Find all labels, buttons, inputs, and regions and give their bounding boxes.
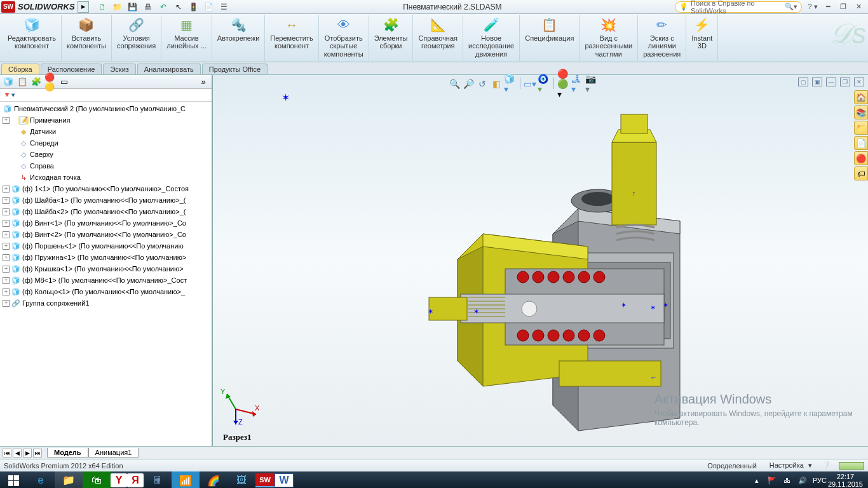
fm-tab-dimx[interactable]: ▭	[58, 76, 70, 88]
tree-item-13[interactable]: +🧊(ф) Крышка<1> (По умолчанию<<По умолча…	[0, 263, 212, 274]
ribbon-button-5[interactable]: ↔Переместитькомпонент	[265, 15, 318, 61]
tab-scroll-prev[interactable]: ◀	[13, 449, 22, 458]
tree-expand-button[interactable]: +	[3, 288, 10, 295]
tree-item-1[interactable]: ◆Датчики	[0, 126, 212, 137]
ribbon-button-12[interactable]: ✏Эскиз слиниямиразнесения	[638, 15, 686, 61]
ribbon-button-7[interactable]: 🧩Элементысборки	[369, 15, 414, 61]
minimize-button[interactable]: ━	[822, 3, 834, 11]
restore-button[interactable]: ❐	[837, 3, 849, 11]
prev-view-button[interactable]: ↺	[476, 78, 489, 90]
tree-item-11[interactable]: +🧊(ф) Поршень<1> (По умолчанию<<По умолч…	[0, 240, 212, 252]
taskbar-wifi-app[interactable]: 📶	[172, 471, 200, 488]
vp-minimize[interactable]: —	[826, 78, 836, 86]
taskbar-word[interactable]: W	[275, 473, 294, 487]
tab-scroll-first[interactable]: ⏮	[3, 449, 11, 458]
taskbar-explorer[interactable]: 📁	[55, 471, 83, 488]
close-button[interactable]: ✕	[853, 3, 864, 11]
rebuild-button[interactable]: 🚦	[188, 2, 200, 12]
ribbon-button-3[interactable]: ▦Массивлинейных ...	[161, 15, 212, 61]
open-button[interactable]: 📁	[112, 2, 123, 12]
tray-show-hidden[interactable]: ▴	[752, 477, 762, 485]
undo-button[interactable]: ↶	[158, 2, 169, 12]
zoom-fit-button[interactable]: 🔍	[448, 78, 461, 90]
bottom-tab-anim[interactable]: Анимация1	[88, 448, 139, 458]
ribbon-button-11[interactable]: 💥Вид сразнесеннымичастями	[580, 15, 638, 61]
tree-item-10[interactable]: +🧊(ф) Винт<2> (По умолчанию<<По умолчани…	[0, 229, 212, 240]
ribbon-button-4[interactable]: 🔩Автокрепежи	[212, 15, 265, 61]
file-props-button[interactable]: 📄	[203, 2, 215, 12]
taskbar-photos[interactable]: 🖼	[227, 471, 255, 488]
fm-tab-config[interactable]: 🧩	[31, 76, 42, 88]
taskpane-appearance[interactable]: 🔴	[854, 151, 868, 165]
vp-close[interactable]: ✕	[854, 78, 864, 86]
bottom-tab-model[interactable]: Модель	[47, 448, 88, 458]
ribbon-button-8[interactable]: 📐Справочнаягеометрия	[413, 15, 463, 61]
cm-tab-3[interactable]: Анализировать	[137, 64, 201, 74]
tree-item-3[interactable]: ◇Сверху	[0, 149, 212, 160]
help-search-box[interactable]: 💡 Поиск в Справке по SolidWorks 🔍▾	[675, 1, 802, 13]
graphics-viewport[interactable]: ✶ 🔍 🔎 ↺ ◧ 🧊▾ ▭▾ 🧿▾ 🔴🟢▾ 🏞▾ 📷▾ ▢ ▣ — ❐ ✕	[213, 75, 868, 446]
vp-ctrl[interactable]: ▣	[812, 78, 822, 86]
main-menu-dropdown[interactable]: ▶	[78, 1, 89, 13]
status-customize[interactable]: Настройка ▾	[764, 461, 815, 470]
tree-item-9[interactable]: +🧊(ф) Винт<1> (По умолчанию<<По умолчани…	[0, 217, 212, 229]
ribbon-button-0[interactable]: 🧊Редактироватькомпонент	[3, 15, 62, 61]
tree-expand-button[interactable]: +	[3, 208, 10, 215]
taskbar-solidworks[interactable]: SW	[255, 473, 275, 487]
taskpane-resources[interactable]: 🏠	[854, 90, 868, 104]
vp-restore[interactable]: ❐	[840, 78, 850, 86]
status-help-icon[interactable]: ❔	[820, 461, 834, 470]
select-button[interactable]: ↖	[173, 2, 184, 12]
tree-expand-button[interactable]: +	[3, 197, 10, 204]
options-button[interactable]: ☰	[219, 2, 230, 12]
tree-expand-button[interactable]: +	[3, 254, 10, 261]
ribbon-button-1[interactable]: 📦Вставитькомпоненты	[62, 15, 112, 61]
fm-expand-button[interactable]: »	[198, 76, 209, 88]
tab-scroll-last[interactable]: ⏭	[33, 449, 42, 458]
taskpane-palette[interactable]: 📄	[854, 136, 868, 150]
cm-tab-2[interactable]: Эскиз	[103, 64, 135, 74]
appearance-button[interactable]: 🔴🟢▾	[557, 78, 570, 90]
taskpane-explorer[interactable]: 📁	[854, 121, 868, 135]
new-doc-button[interactable]: 🗋	[97, 2, 108, 12]
scene-button[interactable]: 🏞▾	[571, 78, 584, 90]
tree-item-8[interactable]: +🧊(ф) Шайба<2> (По умолчанию<<По умолчан…	[0, 206, 212, 217]
tree-expand-button[interactable]: +	[3, 186, 10, 193]
tree-expand-button[interactable]: +	[3, 220, 10, 227]
fm-tab-display[interactable]: 🔴🟡	[44, 76, 56, 88]
tree-expand-button[interactable]: +	[3, 277, 10, 284]
ribbon-button-9[interactable]: 🧪Новоеисследованиедвижения	[463, 15, 520, 61]
help-dropdown[interactable]: ? ▾	[807, 3, 818, 11]
tree-item-15[interactable]: +🧊(ф) Кольцо<1> (По умолчанию<<По умолча…	[0, 286, 212, 297]
save-button[interactable]: 💾	[127, 2, 139, 12]
tree-item-12[interactable]: +🧊(ф) Пружина<1> (По умолчанию<<По умолч…	[0, 252, 212, 263]
section-view-button[interactable]: ◧	[490, 78, 503, 90]
fm-tab-property[interactable]: 📋	[17, 76, 28, 88]
zoom-area-button[interactable]: 🔎	[462, 78, 475, 90]
tree-expand-button[interactable]: +	[3, 300, 10, 307]
taskbar-calc[interactable]: 🖩	[144, 471, 172, 488]
cm-tab-4[interactable]: Продукты Office	[202, 64, 268, 74]
view-triad[interactable]: X Y Z	[218, 383, 262, 428]
search-icon[interactable]: 🔍▾	[785, 3, 797, 11]
ribbon-button-10[interactable]: 📋Спецификация	[520, 15, 580, 61]
view-settings-button[interactable]: 📷▾	[585, 78, 598, 90]
taskbar-store[interactable]: 🛍	[83, 471, 111, 488]
cm-tab-0[interactable]: Сборка	[1, 64, 39, 74]
tab-scroll-next[interactable]: ▶	[23, 449, 32, 458]
fm-tab-tree[interactable]: 🧊	[3, 76, 14, 88]
tray-flag-icon[interactable]: 🚩	[767, 477, 777, 485]
print-button[interactable]: 🖶	[142, 2, 154, 12]
tree-item-6[interactable]: +🧊(ф) 1<1> (По умолчанию<<По умолчанию>_…	[0, 183, 212, 194]
vp-ctrl[interactable]: ▢	[798, 78, 808, 86]
taskpane-custom[interactable]: 🏷	[854, 166, 868, 180]
tree-expand-button[interactable]: +	[3, 243, 10, 250]
view-orientation-button[interactable]: 🧊▾	[504, 78, 517, 90]
tray-volume-icon[interactable]: 🔊	[797, 477, 808, 485]
taskbar-chrome[interactable]: 🌈	[200, 471, 227, 488]
tray-network-icon[interactable]: 🖧	[782, 477, 792, 484]
ribbon-button-2[interactable]: 🔗Условиясопряжения	[112, 15, 161, 61]
tree-item-4[interactable]: ◇Справа	[0, 160, 212, 172]
tree-item-16[interactable]: +🔗Группа сопряжений1	[0, 297, 212, 309]
tree-expand-button[interactable]: +	[3, 266, 10, 273]
